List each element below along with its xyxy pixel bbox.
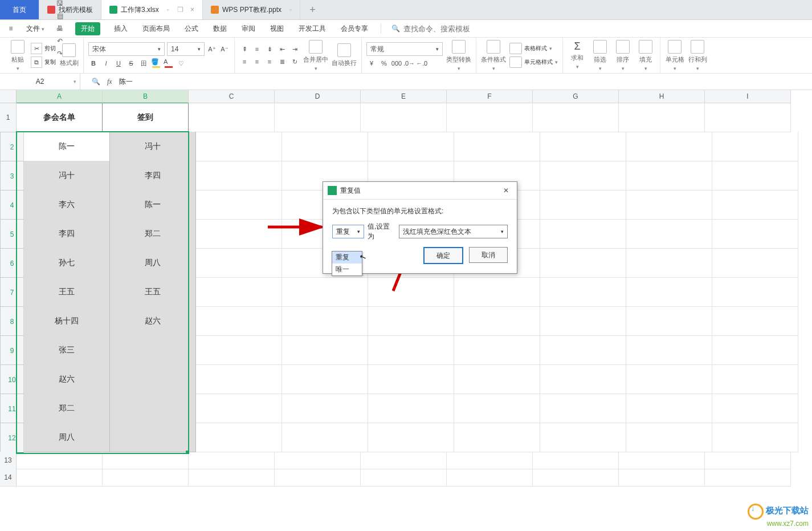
- cell[interactable]: [196, 248, 282, 278]
- ribbon-tab-formula[interactable]: 公式: [180, 24, 203, 34]
- cell[interactable]: [626, 161, 712, 190]
- ribbon-tab-member[interactable]: 会员专享: [336, 24, 373, 34]
- font-color-button[interactable]: A: [164, 58, 174, 68]
- cell[interactable]: 赵六: [24, 364, 110, 394]
- fill-color-button[interactable]: 🪣: [151, 58, 161, 68]
- cell[interactable]: [447, 103, 533, 132]
- indent-inc-icon[interactable]: ⇥: [289, 44, 300, 54]
- col-header-f[interactable]: F: [447, 90, 533, 103]
- cell[interactable]: 杨十四: [24, 306, 110, 336]
- align-middle-icon[interactable]: ≡: [252, 44, 262, 54]
- cell[interactable]: [712, 423, 798, 452]
- row-header[interactable]: 1: [0, 103, 17, 132]
- row-header[interactable]: 4: [0, 190, 24, 220]
- cell[interactable]: 王五: [24, 277, 110, 307]
- cell[interactable]: [189, 452, 275, 469]
- cell[interactable]: [626, 364, 712, 394]
- cell[interactable]: [454, 306, 540, 336]
- cell[interactable]: [454, 394, 540, 423]
- rowcol-button[interactable]: 行和列: [688, 39, 707, 71]
- row-header[interactable]: 2: [0, 132, 24, 162]
- row-header[interactable]: 3: [0, 161, 24, 191]
- filter-button[interactable]: 筛选: [590, 39, 610, 71]
- row-header[interactable]: 5: [0, 219, 24, 249]
- cell[interactable]: 李四: [24, 219, 110, 249]
- cell[interactable]: 赵六: [110, 306, 196, 336]
- fill-button[interactable]: 填充: [636, 39, 655, 71]
- row-header[interactable]: 6: [0, 248, 24, 278]
- sort-button[interactable]: 排序: [613, 39, 633, 71]
- cell[interactable]: [705, 469, 791, 487]
- italic-button[interactable]: I: [101, 58, 111, 68]
- format-style-select[interactable]: 浅红填充色深红色文本▾: [399, 225, 508, 238]
- currency-icon[interactable]: ¥: [366, 58, 377, 68]
- cell[interactable]: [361, 452, 447, 469]
- search-input[interactable]: [402, 24, 496, 34]
- row-header[interactable]: 7: [0, 277, 24, 307]
- cell[interactable]: [282, 132, 368, 161]
- cell[interactable]: 孙七: [24, 248, 110, 278]
- cell[interactable]: 周八: [24, 423, 110, 452]
- select-all-corner[interactable]: [0, 90, 17, 103]
- border-button[interactable]: 田: [138, 58, 149, 68]
- cell[interactable]: [368, 364, 454, 394]
- cell[interactable]: [110, 364, 196, 394]
- cell[interactable]: [626, 277, 712, 307]
- cell[interactable]: [275, 452, 361, 469]
- format-painter-button[interactable]: 格式刷: [59, 39, 79, 71]
- wrap-text-button[interactable]: 自动换行: [332, 39, 357, 71]
- cell[interactable]: [540, 248, 626, 278]
- hamburger-icon[interactable]: ≡: [5, 22, 17, 35]
- cell[interactable]: [626, 190, 712, 220]
- paste-button[interactable]: 粘贴: [8, 39, 27, 71]
- cell[interactable]: [626, 219, 712, 249]
- col-header-e[interactable]: E: [361, 90, 447, 103]
- cell[interactable]: [196, 394, 282, 423]
- decrease-font-icon[interactable]: A⁻: [219, 44, 230, 54]
- cell[interactable]: [17, 469, 103, 487]
- cell[interactable]: [447, 452, 533, 469]
- formula-input[interactable]: 陈一: [119, 77, 133, 87]
- command-search[interactable]: 🔍: [391, 24, 496, 34]
- percent-icon[interactable]: %: [379, 58, 389, 68]
- cell[interactable]: [712, 306, 798, 336]
- cell[interactable]: [196, 335, 282, 365]
- underline-button[interactable]: U: [113, 58, 124, 68]
- cell[interactable]: [540, 423, 626, 452]
- cell[interactable]: [454, 364, 540, 394]
- cell-style-icon[interactable]: [509, 56, 522, 68]
- cell[interactable]: [454, 132, 540, 161]
- cell[interactable]: [275, 103, 361, 132]
- cell[interactable]: [712, 394, 798, 423]
- cell[interactable]: 签到: [103, 103, 189, 132]
- tab-new[interactable]: +: [300, 0, 325, 19]
- cell[interactable]: 郑二: [24, 394, 110, 423]
- cell[interactable]: [103, 469, 189, 487]
- phonetic-button[interactable]: ♡: [176, 58, 186, 68]
- fx-icon[interactable]: fx: [107, 78, 112, 86]
- col-header-d[interactable]: D: [275, 90, 361, 103]
- cell[interactable]: [103, 452, 189, 469]
- font-size-select[interactable]: 14▾: [167, 42, 205, 56]
- cell[interactable]: [705, 452, 791, 469]
- row-header[interactable]: 14: [0, 469, 17, 487]
- row-header[interactable]: 8: [0, 306, 24, 337]
- align-right-icon[interactable]: ≡: [264, 56, 275, 67]
- col-header-h[interactable]: H: [619, 90, 705, 103]
- cell[interactable]: [705, 103, 791, 132]
- ok-button[interactable]: 确定: [423, 247, 463, 264]
- number-format-select[interactable]: 常规▾: [366, 42, 443, 56]
- cell[interactable]: [368, 394, 454, 423]
- cell[interactable]: [540, 335, 626, 365]
- cell[interactable]: [540, 306, 626, 336]
- cell[interactable]: [626, 132, 712, 161]
- col-header-b[interactable]: B: [103, 90, 189, 103]
- table-style-icon[interactable]: [509, 43, 522, 54]
- cell[interactable]: [712, 190, 798, 220]
- inc-decimal-icon[interactable]: .0→: [404, 58, 414, 68]
- tab-menu-icon[interactable]: ▫: [167, 6, 169, 14]
- cell[interactable]: [368, 306, 454, 336]
- font-name-select[interactable]: 宋体▾: [88, 42, 165, 56]
- cell[interactable]: [368, 335, 454, 365]
- increase-font-icon[interactable]: A⁺: [207, 44, 217, 54]
